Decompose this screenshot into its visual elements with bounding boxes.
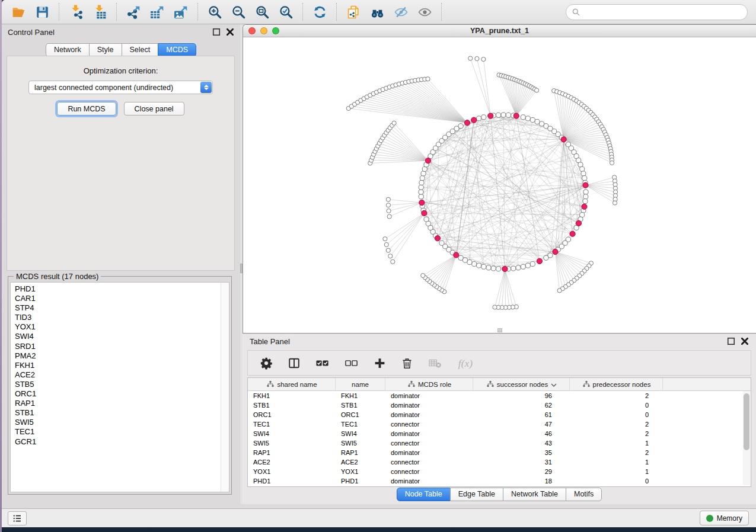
cell-MCDS-role: dominator	[385, 430, 473, 437]
cell-shared-name: SWI5	[248, 440, 336, 447]
cell-name: TEC1	[336, 421, 385, 428]
mcds-result-item[interactable]: FKH1	[15, 361, 221, 370]
close-window-button[interactable]	[248, 27, 256, 34]
cell-successor-nodes: 96	[473, 392, 570, 399]
import-table-icon[interactable]	[91, 4, 108, 20]
select-stepper-icon	[200, 82, 212, 93]
add-icon[interactable]	[374, 357, 386, 370]
zoom-in-icon[interactable]	[206, 4, 223, 20]
settings-icon[interactable]	[260, 357, 273, 370]
cell-successor-nodes: 46	[473, 430, 570, 437]
table-row[interactable]: SWI5SWI5connector431	[248, 438, 751, 448]
export-network-icon[interactable]	[125, 4, 142, 20]
mcds-result-item[interactable]: ORC1	[15, 389, 221, 399]
column-label: successor nodes	[497, 381, 548, 388]
tab-network[interactable]: Network	[46, 43, 90, 57]
control-panel-title: Control Panel	[8, 28, 55, 37]
mcds-result-item[interactable]: RAP1	[15, 399, 221, 408]
refresh-icon[interactable]	[311, 4, 328, 20]
close-panel-button[interactable]: Close panel	[124, 102, 184, 116]
mcds-result-item[interactable]: TID3	[15, 313, 221, 322]
sort-desc-icon	[551, 381, 557, 388]
cell-shared-name: STB1	[248, 402, 336, 409]
export-table-icon[interactable]	[149, 4, 165, 20]
hide-selected-icon[interactable]	[393, 4, 409, 20]
cell-MCDS-role: dominator	[385, 411, 473, 418]
table-row[interactable]: SWI4SWI4dominator462	[248, 429, 751, 438]
table-tab-motifs[interactable]: Motifs	[566, 488, 602, 501]
open-file-icon[interactable]	[10, 4, 27, 20]
network-canvas[interactable]	[243, 37, 756, 333]
table-scrollbar[interactable]	[743, 391, 750, 485]
table-tab-node-table[interactable]: Node Table	[397, 488, 451, 501]
close-panel-icon[interactable]	[226, 28, 234, 36]
tab-select[interactable]: Select	[122, 43, 159, 57]
table-panel-title: Table Panel	[250, 337, 290, 346]
toolbar-groups	[2, 0, 442, 24]
cell-predecessor-nodes: 2	[570, 449, 663, 456]
table-row[interactable]: RAP1RAP1dominator352	[248, 448, 751, 457]
mcds-scrollbar[interactable]	[221, 283, 229, 492]
tab-style[interactable]: Style	[89, 43, 122, 57]
mcds-result-item[interactable]: YOX1	[15, 322, 221, 332]
mcds-result-item[interactable]: STP4	[15, 303, 221, 313]
show-all-icon[interactable]	[416, 4, 433, 20]
cell-name: SWI4	[336, 430, 385, 437]
mcds-result-item[interactable]: CAR1	[15, 294, 221, 303]
mcds-result-item[interactable]: STB1	[15, 408, 221, 418]
optimization-criterion-select[interactable]: largest connected component (undirected)	[28, 81, 213, 94]
find-icon[interactable]	[369, 4, 385, 20]
column-header-name[interactable]: name	[336, 378, 385, 390]
table-row[interactable]: TEC1TEC1connector472	[248, 419, 751, 429]
column-header-predecessor-nodes[interactable]: predecessor nodes	[570, 378, 663, 390]
mcds-result-item[interactable]: PMA2	[15, 351, 221, 361]
float-table-panel-icon[interactable]	[727, 337, 735, 345]
table-tab-network-table[interactable]: Network Table	[503, 488, 566, 501]
column-header-MCDS-role[interactable]: MCDS role	[385, 378, 473, 390]
column-header-successor-nodes[interactable]: successor nodes	[473, 378, 570, 390]
memory-button[interactable]: Memory	[700, 511, 749, 525]
import-network-icon[interactable]	[68, 4, 84, 20]
float-panel-icon[interactable]	[212, 28, 221, 36]
mcds-result-item[interactable]: SWI5	[15, 418, 221, 427]
table-row[interactable]: PHD1PHD1dominator180	[248, 476, 751, 486]
duplicate-network-icon[interactable]	[345, 4, 362, 20]
table-row[interactable]: ACE2ACE2connector311	[248, 457, 751, 467]
table-row[interactable]: FKH1FKH1dominator962	[248, 391, 751, 400]
deselect-all-icon[interactable]	[344, 357, 359, 370]
export-image-icon[interactable]	[173, 4, 189, 20]
run-mcds-button[interactable]: Run MCDS	[57, 102, 116, 116]
mcds-result-item[interactable]: SWI4	[15, 332, 221, 341]
column-header-shared-name[interactable]: shared name	[248, 378, 336, 390]
zoom-fit-icon[interactable]	[254, 4, 270, 20]
save-icon[interactable]	[34, 4, 50, 20]
columns-icon[interactable]	[288, 357, 301, 370]
optimization-criterion-value: largest connected component (undirected)	[29, 84, 200, 92]
tab-mcds[interactable]: MCDS	[158, 43, 196, 57]
table-row[interactable]: ORC1ORC1dominator610	[248, 410, 751, 419]
minimize-window-button[interactable]	[260, 27, 267, 34]
close-table-panel-icon[interactable]	[741, 337, 749, 345]
mcds-result-item[interactable]: SRD1	[15, 342, 221, 351]
table-row[interactable]: STB1STB1dominator620	[248, 400, 751, 410]
cell-predecessor-nodes: 1	[570, 440, 663, 447]
mcds-result-item[interactable]: STB5	[15, 380, 221, 389]
zoom-out-icon[interactable]	[230, 4, 247, 20]
table-tab-edge-table[interactable]: Edge Table	[450, 488, 503, 501]
mcds-result-item[interactable]: PHD1	[15, 284, 221, 294]
cell-predecessor-nodes: 0	[570, 411, 663, 418]
list-menu-button[interactable]	[8, 511, 27, 525]
mcds-result-item[interactable]: TEC1	[15, 427, 221, 437]
status-bar: Memory	[2, 508, 756, 527]
mcds-result-item[interactable]: GCR1	[15, 437, 221, 447]
table-scrollbar-thumb[interactable]	[744, 393, 749, 450]
mcds-result-item[interactable]: ACE2	[15, 370, 221, 380]
optimization-criterion-label: Optimization criterion:	[7, 66, 234, 75]
delete-icon[interactable]	[401, 357, 413, 370]
table-row[interactable]: YOX1YOX1connector291	[248, 467, 751, 476]
zoom-selected-icon[interactable]	[277, 4, 294, 20]
select-all-icon[interactable]	[315, 357, 330, 370]
search-input[interactable]	[583, 7, 741, 17]
canvas-splitter-grip[interactable]	[497, 328, 502, 332]
maximize-window-button[interactable]	[272, 27, 279, 34]
